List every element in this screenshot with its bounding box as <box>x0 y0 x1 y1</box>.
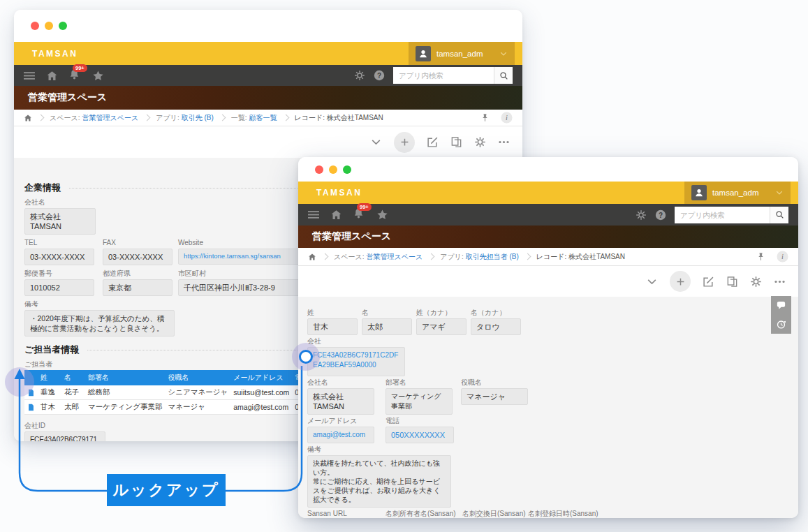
minimize-window-button[interactable] <box>329 165 337 174</box>
more-options-button[interactable] <box>774 276 786 288</box>
minimize-window-button[interactable] <box>45 22 53 30</box>
gear-icon[interactable] <box>636 209 647 221</box>
collapse-chevron-icon[interactable] <box>370 136 382 148</box>
help-icon[interactable] <box>655 209 666 221</box>
field-card-exchange-date: 名刺交換日(Sansan) 2020-07-18 <box>462 508 524 518</box>
info-icon[interactable] <box>777 251 788 263</box>
edit-record-button[interactable] <box>427 136 439 148</box>
pin-icon[interactable] <box>480 113 490 122</box>
close-window-button[interactable] <box>31 22 39 30</box>
window-titlebar <box>298 157 798 182</box>
history-clock-icon <box>776 319 786 330</box>
email-link[interactable]: amagi@test.com <box>230 400 292 415</box>
global-nav: 99+ <box>14 65 522 86</box>
field-card-registered-at: 名刺登録日時(Sansan) 2020-07-14 19:31 <box>528 508 601 518</box>
tamsan-logo: TAMSAN <box>14 49 78 59</box>
app-header: TAMSAN tamsan_adm <box>298 182 798 204</box>
field-sei-kana: 姓（カナ） アマギ <box>416 306 467 335</box>
breadcrumb-space-link[interactable]: スペース:営業管理スペース <box>334 252 423 262</box>
notifications-bell[interactable]: 99+ <box>353 207 365 222</box>
hamburger-icon[interactable] <box>24 70 36 82</box>
app-search-input[interactable] <box>393 67 494 84</box>
field-note: 備考 ・2020年度下期は、予算拡大のため、積極的に営業活動をおこなうと良さそう… <box>24 296 175 337</box>
field-city: 市区町村 千代田区神田小川町3-28-9 <box>178 265 304 296</box>
record-settings-button[interactable] <box>750 276 762 288</box>
breadcrumb-separator <box>219 114 226 121</box>
space-banner[interactable]: 営業管理スペース <box>14 86 522 110</box>
record-side-tools <box>771 296 791 334</box>
field-company-id: 会社ID FCE43A02B6C79171C2DFEA29BEAF59A0 <box>24 418 105 441</box>
search-button[interactable] <box>770 207 788 223</box>
collapse-chevron-icon[interactable] <box>646 276 658 288</box>
star-icon[interactable] <box>376 209 388 221</box>
field-mei-kana: 名（カナ） タロウ <box>471 306 521 335</box>
zoom-window-button[interactable] <box>59 22 67 30</box>
more-options-button[interactable] <box>498 136 510 148</box>
tamsan-logo: TAMSAN <box>298 188 362 198</box>
zoom-window-button[interactable] <box>343 165 351 174</box>
user-avatar-icon <box>416 46 431 61</box>
duplicate-record-button[interactable] <box>450 136 462 148</box>
help-icon[interactable] <box>374 70 385 81</box>
email-link[interactable]: amagi@test.com <box>307 427 374 443</box>
app-search-input[interactable] <box>675 207 770 223</box>
screenshot-canvas: TAMSAN tamsan_adm 99+ 営業管理スペー <box>0 0 808 532</box>
user-menu[interactable]: tamsan_adm <box>409 42 515 65</box>
record-settings-button[interactable] <box>474 136 486 148</box>
plus-icon <box>399 137 410 147</box>
edit-record-button[interactable] <box>703 276 714 288</box>
app-search <box>393 67 513 84</box>
space-title: 営業管理スペース <box>28 91 107 104</box>
breadcrumb-app-link[interactable]: アプリ:取引先 (B) <box>156 113 214 123</box>
info-icon[interactable] <box>501 112 513 124</box>
field-title: 役職名 マネージャ <box>461 376 528 415</box>
search-button[interactable] <box>494 67 513 84</box>
plus-icon <box>675 276 686 287</box>
app-search <box>675 207 788 223</box>
phone-link[interactable]: 050XXXXXXXX <box>385 427 454 443</box>
record-toolbar <box>298 266 798 297</box>
field-value: 株式会社TAMSAN <box>24 208 96 235</box>
notifications-bell[interactable]: 99+ <box>68 68 80 83</box>
star-icon[interactable] <box>92 70 104 82</box>
lookup-label: ルックアップ <box>107 474 226 506</box>
hamburger-icon[interactable] <box>308 209 320 221</box>
breadcrumb-home-icon[interactable] <box>24 114 32 122</box>
chevron-down-icon <box>775 189 784 197</box>
breadcrumb: スペース:営業管理スペース アプリ:取引先担当者 (B) レコード: 株式会社T… <box>298 248 798 266</box>
pin-icon[interactable] <box>756 252 765 261</box>
history-button[interactable] <box>771 315 791 334</box>
field-mei: 名 太郎 <box>362 306 412 335</box>
space-banner[interactable]: 営業管理スペース <box>298 226 798 248</box>
window-titlebar <box>14 10 522 42</box>
user-name: tamsan_adm <box>712 189 770 197</box>
breadcrumb-list-link[interactable]: 一覧:顧客一覧 <box>231 113 277 123</box>
user-name: tamsan_adm <box>436 50 494 58</box>
field-company-name: 会社名 株式会社TAMSAN <box>24 194 96 235</box>
search-icon <box>499 71 508 80</box>
email-link[interactable]: suiitsu@test.com <box>230 385 292 400</box>
field-sansan-url: Sansan URL https://ap.sansan.com/v/perso… <box>307 508 379 518</box>
breadcrumb-record: レコード: 株式会社TAMSAN <box>295 113 383 123</box>
user-avatar-icon <box>691 185 707 200</box>
home-icon[interactable] <box>330 209 342 221</box>
breadcrumb-app-link[interactable]: アプリ:取引先担当者 (B) <box>440 252 519 262</box>
company-lookup-link[interactable]: FCE43A02B6C79171C2DFEA29BEAF59A0000 <box>307 347 405 376</box>
close-window-button[interactable] <box>315 165 323 174</box>
user-menu[interactable]: tamsan_adm <box>684 182 791 204</box>
breadcrumb-separator <box>144 114 151 121</box>
add-record-button[interactable] <box>394 132 415 153</box>
comments-button[interactable] <box>771 296 791 315</box>
gear-icon[interactable] <box>354 70 365 81</box>
website-link[interactable]: https://kintone.tamsan.sg/sansan <box>178 249 304 265</box>
breadcrumb-home-icon[interactable] <box>308 253 316 261</box>
notification-badge: 99+ <box>73 64 87 72</box>
duplicate-record-button[interactable] <box>726 276 738 288</box>
field-email: メールアドレス amagi@test.com <box>307 415 374 443</box>
field-company-lookup: 会社 FCE43A02B6C79171C2DFEA29BEAF59A0000 <box>307 335 405 376</box>
add-record-button[interactable] <box>670 271 691 292</box>
field-company-name: 会社名 株式会社TAMSAN <box>307 376 374 415</box>
home-icon[interactable] <box>46 70 58 82</box>
breadcrumb-space-link[interactable]: スペース:営業管理スペース <box>50 113 138 123</box>
global-nav: 99+ <box>298 204 798 226</box>
